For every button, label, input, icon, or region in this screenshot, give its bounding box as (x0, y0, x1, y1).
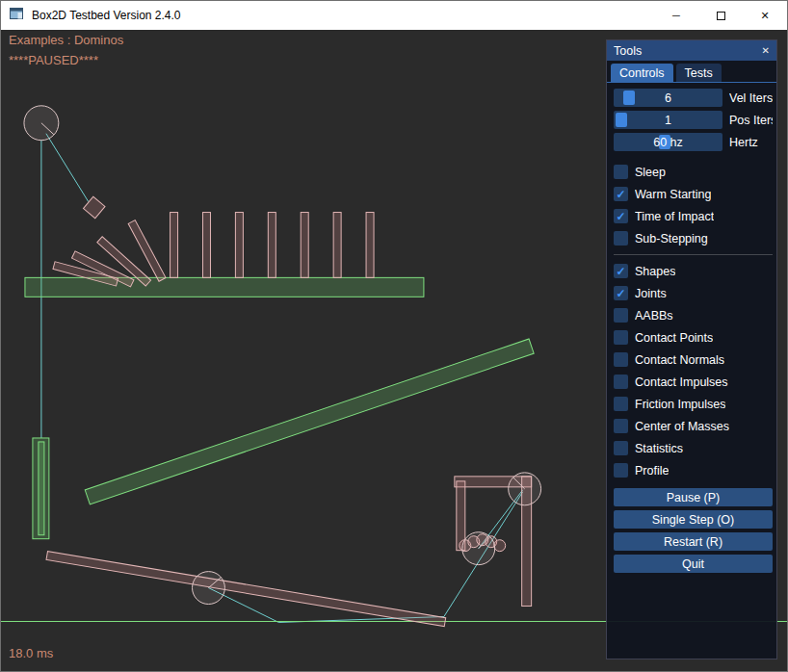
checkbox-label: Friction Impulses (635, 398, 725, 411)
restart-button[interactable]: Restart (R) (614, 532, 773, 551)
checkbox-box: ✓ (614, 187, 628, 201)
checkbox-label: Center of Masses (635, 420, 729, 433)
checkbox-box: ✓ (614, 330, 628, 345)
pause-button[interactable]: Pause (P) (614, 488, 773, 506)
single-step-button[interactable]: Single Step (O) (614, 510, 773, 529)
maximize-button[interactable] (698, 1, 743, 30)
maximize-icon (717, 12, 725, 20)
checkbox-center-of-masses[interactable]: ✓ Center of Masses (614, 417, 773, 435)
checkbox-box: ✓ (614, 419, 628, 433)
checkbox-label: Profile (635, 464, 669, 478)
example-label: Examples : Dominos (9, 33, 123, 47)
frame-time-label: 18.0 ms (9, 646, 53, 660)
checkbox-contact-normals[interactable]: ✓ Contact Normals (614, 350, 773, 369)
panel-close-icon[interactable]: ✕ (762, 45, 770, 56)
checkbox-label: AABBs (635, 309, 673, 323)
checkbox-label: Time of Impact (635, 210, 714, 223)
checkbox-box: ✓ (614, 165, 628, 179)
check-icon: ✓ (616, 288, 625, 299)
domino (333, 213, 341, 278)
checkbox-contact-impulses[interactable]: ✓ Contact Impulses (614, 373, 773, 391)
checkbox-box: ✓ (614, 397, 628, 411)
checkbox-label: Warm Starting (635, 188, 711, 201)
window-title: Box2D Testbed Version 2.4.0 (32, 9, 181, 22)
checkbox-label: Joints (635, 287, 667, 300)
hertz-slider[interactable]: 60 hz (614, 133, 722, 151)
pos-iters-value: 1 (614, 111, 722, 129)
hertz-row: 60 hz Hertz (614, 133, 773, 151)
minimize-button[interactable]: ─ (654, 1, 698, 30)
paused-label: ****PAUSED**** (9, 53, 98, 67)
checkbox-label: Contact Points (635, 331, 713, 345)
pos-iters-label: Pos Iters (729, 114, 773, 127)
vertical-plank-inner (39, 442, 44, 535)
vel-iters-row: 6 Vel Iters (614, 89, 773, 107)
panel-content: 6 Vel Iters 1 Pos Iters 60 hz Hertz (607, 83, 776, 659)
vel-iters-slider[interactable]: 6 (614, 89, 722, 107)
checkbox-box: ✓ (614, 264, 628, 278)
vel-iters-value: 6 (614, 89, 722, 107)
domino (202, 213, 210, 278)
check-icon: ✓ (616, 211, 625, 222)
checkbox-box: ✓ (614, 286, 628, 300)
checkbox-label: Sub-Stepping (635, 232, 708, 246)
app-icon (10, 7, 24, 24)
checkbox-label: Statistics (635, 442, 683, 455)
checkbox-aabbs[interactable]: ✓ AABBs (614, 306, 773, 324)
tab-tests[interactable]: Tests (676, 64, 722, 82)
check-icon: ✓ (616, 189, 625, 200)
domino (171, 213, 178, 278)
pendulum-bob (84, 196, 105, 218)
checkbox-box: ✓ (614, 231, 628, 246)
checkbox-box: ✓ (614, 441, 628, 455)
checkbox-box: ✓ (614, 209, 628, 223)
quit-button[interactable]: Quit (614, 555, 773, 573)
domino (268, 213, 276, 278)
checkbox-label: Sleep (635, 166, 666, 179)
checkbox-profile[interactable]: ✓ Profile (614, 461, 773, 479)
checkbox-shapes[interactable]: ✓ Shapes (614, 262, 773, 280)
checkbox-sub-stepping[interactable]: ✓ Sub-Stepping (614, 229, 773, 247)
tab-bar: Controls Tests (607, 61, 776, 83)
bob-joint (46, 134, 89, 202)
checkbox-box: ✓ (614, 463, 628, 478)
checkbox-statistics[interactable]: ✓ Statistics (614, 439, 773, 457)
vel-iters-label: Vel Iters (729, 91, 773, 105)
window-titlebar: Box2D Testbed Version 2.4.0 ─ ✕ (1, 1, 787, 30)
hertz-label: Hertz (729, 136, 758, 149)
checkbox-box: ✓ (614, 352, 628, 367)
checkbox-warm-starting[interactable]: ✓ Warm Starting (614, 185, 773, 203)
domino-platform (25, 277, 424, 297)
checkbox-label: Contact Normals (635, 353, 724, 367)
small-ball (494, 540, 506, 552)
caption-buttons: ─ ✕ (654, 1, 787, 30)
tools-panel-title: Tools (614, 44, 642, 58)
pos-iters-row: 1 Pos Iters (614, 111, 773, 129)
checkbox-contact-points[interactable]: ✓ Contact Points (614, 328, 773, 347)
checkbox-joints[interactable]: ✓ Joints (614, 284, 773, 302)
app-window: Box2D Testbed Version 2.4.0 ─ ✕ (0, 0, 788, 672)
domino (301, 213, 308, 278)
tools-panel-titlebar[interactable]: Tools ✕ (607, 40, 776, 61)
bottom-plank (46, 552, 446, 627)
tools-panel: Tools ✕ Controls Tests 6 Vel Iters 1 Pos… (606, 39, 777, 659)
dynamic-bodies[interactable] (46, 196, 532, 626)
checkbox-box: ✓ (614, 308, 628, 323)
checkbox-time-of-impact[interactable]: ✓ Time of Impact (614, 207, 773, 225)
checkbox-label: Shapes (635, 265, 675, 278)
hertz-value: 60 hz (614, 133, 722, 151)
separator (614, 254, 773, 255)
domino (366, 213, 374, 278)
close-button[interactable]: ✕ (743, 1, 787, 30)
domino (235, 213, 243, 278)
checkbox-friction-impulses[interactable]: ✓ Friction Impulses (614, 395, 773, 413)
check-icon: ✓ (616, 266, 625, 277)
checkbox-box: ✓ (614, 375, 628, 389)
checkbox-sleep[interactable]: ✓ Sleep (614, 163, 773, 181)
tab-controls[interactable]: Controls (611, 64, 673, 82)
pos-iters-slider[interactable]: 1 (614, 111, 722, 129)
checkbox-label: Contact Impulses (635, 375, 728, 389)
